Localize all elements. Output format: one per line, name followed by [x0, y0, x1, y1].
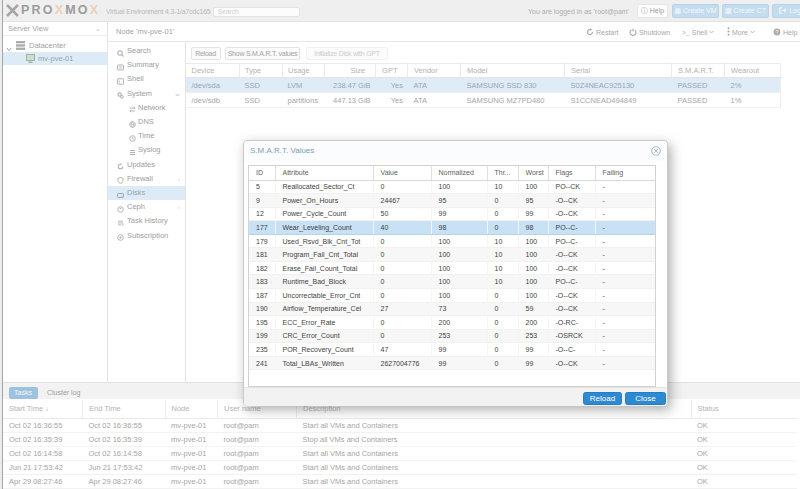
- svg-text:?: ?: [775, 29, 778, 35]
